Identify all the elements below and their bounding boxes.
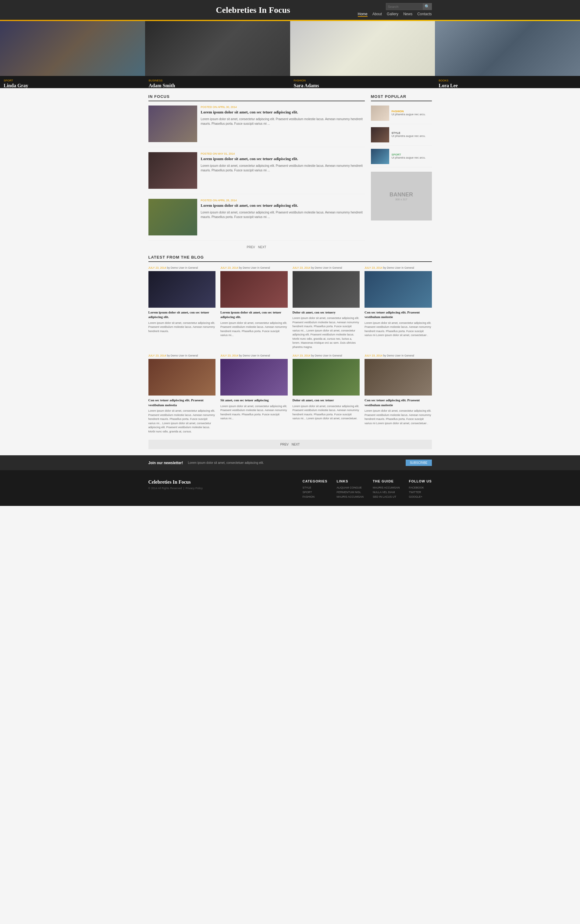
pop-content-1: FASHION Ut pharetra augue nec arcu. bbox=[392, 110, 426, 117]
pop-text-1: Ut pharetra augue nec arcu. bbox=[392, 113, 426, 117]
focus-item-2: POSTED ON MAY 01, 2014 Lorem ipsum dolor… bbox=[148, 152, 365, 194]
focus-next[interactable]: NEXT bbox=[258, 246, 266, 249]
hero-category-3: FASHION bbox=[294, 79, 432, 82]
focus-image-1 bbox=[148, 106, 197, 142]
blog-item-text-3: Lorem ipsum dolor sit amet, consectetur … bbox=[293, 316, 360, 349]
blog-date-6: JULY 23, 2014 bbox=[220, 354, 238, 357]
hero-item-3: FASHION Sara Adams Lorem ipsum dolor sit… bbox=[290, 21, 435, 88]
footer-link-item-1: ALIQUAM CONGUE bbox=[336, 486, 364, 489]
nav-contacts[interactable]: Contacts bbox=[417, 12, 432, 17]
nav-home[interactable]: Home bbox=[358, 12, 367, 17]
blog-item-title-8: Con sec tetuer adipiscing elit. Praesent… bbox=[364, 398, 432, 408]
blog-item-4: JULY 23, 2014 by Demo User in General Co… bbox=[364, 266, 432, 349]
in-focus-title: IN FOCUS bbox=[148, 94, 365, 101]
header-right: 🔍 Home About Gallery News Contacts bbox=[358, 3, 432, 17]
newsletter-section: Join our newsletter! Lorem ipsum dolor s… bbox=[0, 455, 580, 470]
pop-image-3 bbox=[371, 149, 389, 164]
banner-box: BANNER 300 x 317 bbox=[371, 172, 432, 221]
header: Celebreties In Focus 🔍 Home About Galler… bbox=[0, 0, 580, 20]
blog-item-7: JULY 23, 2014 by Demo User in General Do… bbox=[293, 354, 360, 434]
blog-meta-3: JULY 23, 2014 by Demo User in General bbox=[293, 266, 360, 269]
nav-gallery[interactable]: Gallery bbox=[387, 12, 398, 17]
blog-meta-2: JULY 23, 2014 by Demo User in General bbox=[220, 266, 288, 269]
blog-next[interactable]: NEXT bbox=[292, 443, 300, 446]
nav-about[interactable]: About bbox=[372, 12, 382, 17]
blog-item-title-5: Con sec tetuer adipiscing elit. Praesent… bbox=[148, 398, 216, 408]
in-focus-section: IN FOCUS POSTED ON APRIL 30, 2014 Lorem … bbox=[148, 94, 365, 249]
blog-meta-6: JULY 23, 2014 by Demo User in General bbox=[220, 354, 288, 357]
blog-date-7: JULY 23, 2014 bbox=[293, 354, 311, 357]
pop-cat-1: FASHION bbox=[392, 110, 426, 113]
blog-author-8: by Demo User in General bbox=[383, 354, 414, 357]
footer-follow: FOLLOW US FACEBOOK TWITTER GOOGLE+ bbox=[409, 479, 432, 500]
footer-follow-item-3: GOOGLE+ bbox=[409, 495, 432, 498]
blog-meta-5: JULY 23, 2014 by Demo User in General bbox=[148, 354, 216, 357]
focus-item-1: POSTED ON APRIL 30, 2014 Lorem ipsum dol… bbox=[148, 106, 365, 147]
focus-posted-2: POSTED ON MAY 01, 2014 bbox=[201, 152, 365, 155]
blog-image-8 bbox=[364, 359, 432, 396]
subscribe-button[interactable]: SUBSCRIBE bbox=[406, 460, 432, 466]
blog-item-text-5: Lorem ipsum dolor sit amet, consectetur … bbox=[148, 409, 216, 434]
hero-caption-1: SPORT Linda Gray Lorem ipsum dolor sit a… bbox=[0, 76, 145, 88]
most-popular-title: MOST POPULAR bbox=[371, 94, 432, 101]
site-title: Celebreties In Focus bbox=[148, 5, 358, 15]
focus-prev[interactable]: PREV bbox=[247, 246, 255, 249]
search-input[interactable] bbox=[386, 4, 423, 10]
footer-follow-list: FACEBOOK TWITTER GOOGLE+ bbox=[409, 486, 432, 498]
hero-category-1: SPORT bbox=[4, 79, 142, 82]
focus-text-2: Lorem ipsum dolor sit amet, consectetur … bbox=[201, 163, 365, 173]
blog-author-4: by Demo User in General bbox=[383, 266, 414, 269]
copyright-text: © 2014 All Rights Reserved bbox=[148, 487, 182, 490]
blog-item-text-6: Lorem ipsum dolor sit amet, consectetur … bbox=[220, 404, 288, 421]
pop-cat-3: SPORT bbox=[392, 153, 426, 156]
footer-copyright: © 2014 All Rights Reserved | Privacy Pol… bbox=[148, 487, 293, 490]
blog-date-3: JULY 23, 2014 bbox=[293, 266, 311, 269]
search-bar[interactable]: 🔍 bbox=[386, 3, 432, 10]
footer-cat-item-3: FASHION bbox=[303, 495, 328, 498]
hero-item-2: BUSINESS Adam Smith Lorem ipsum dolor si… bbox=[145, 21, 290, 88]
footer-categories: CATEGORIES STYLE SPORT FASHION bbox=[303, 479, 328, 500]
blog-meta-7: JULY 23, 2014 by Demo User in General bbox=[293, 354, 360, 357]
blog-image-1 bbox=[148, 271, 216, 308]
footer-links-title: LINKS bbox=[336, 479, 364, 483]
blog-meta-4: JULY 23, 2014 by Demo User in General bbox=[364, 266, 432, 269]
hero-name-4: Lora Lee bbox=[438, 83, 576, 88]
footer-guide: THE GUIDE MAURIS ACCUMSAN NULLA VEL DIAM… bbox=[373, 479, 400, 500]
sidebar: MOST POPULAR FASHION Ut pharetra augue n… bbox=[371, 94, 432, 249]
blog-author-5: by Demo User in General bbox=[167, 354, 198, 357]
blog-image-3 bbox=[293, 271, 360, 308]
footer-links-list: ALIQUAM CONGUE FERMENTUM NISL MAURIS ACC… bbox=[336, 486, 364, 498]
blog-author-1: by Demo User in General bbox=[167, 266, 198, 269]
blog-image-2 bbox=[220, 271, 288, 308]
blog-nav: PREV NEXT bbox=[148, 440, 432, 449]
privacy-link[interactable]: Privacy Policy bbox=[186, 487, 203, 490]
hero-image-3 bbox=[290, 21, 435, 76]
footer-cat-title: CATEGORIES bbox=[303, 479, 328, 483]
main-wrap: IN FOCUS POSTED ON APRIL 30, 2014 Lorem … bbox=[144, 88, 437, 255]
focus-title-3: Lorem ipsum dolor sit amet, con sec tetu… bbox=[201, 203, 365, 208]
footer-guide-item-3: SED IN LACUS UT bbox=[373, 495, 400, 498]
focus-posted-3: POSTED ON APRIL 28, 2014 bbox=[201, 199, 365, 202]
nav-news[interactable]: News bbox=[403, 12, 412, 17]
banner-sub: 300 x 317 bbox=[395, 198, 407, 201]
blog-item-text-4: Lorem ipsum dolor sit amet, consectetur … bbox=[364, 321, 432, 338]
search-button[interactable]: 🔍 bbox=[423, 3, 432, 10]
blog-author-2: by Demo User in General bbox=[239, 266, 270, 269]
focus-title-1: Lorem ipsum dolor sit amet, con sec tetu… bbox=[201, 110, 365, 115]
blog-prev[interactable]: PREV bbox=[280, 443, 288, 446]
focus-nav: PREV NEXT bbox=[148, 246, 365, 249]
blog-item-5: JULY 23, 2014 by Demo User in General Co… bbox=[148, 354, 216, 434]
blog-image-7 bbox=[293, 359, 360, 396]
blog-grid: JULY 23, 2014 by Demo User in General Lo… bbox=[148, 266, 432, 434]
focus-content-1: POSTED ON APRIL 30, 2014 Lorem ipsum dol… bbox=[201, 106, 365, 142]
blog-author-6: by Demo User in General bbox=[239, 354, 270, 357]
blog-image-5 bbox=[148, 359, 216, 396]
hero-name-2: Adam Smith bbox=[149, 83, 287, 88]
footer-link-item-3: MAURIS ACCUMSAN bbox=[336, 495, 364, 498]
hero-item-4: BOOKS Lora Lee Lorem ipsum dolor sit ame… bbox=[435, 21, 580, 88]
blog-item-2: JULY 23, 2014 by Demo User in General Lo… bbox=[220, 266, 288, 349]
blog-section: LATEST FROM THE BLOG JULY 23, 2014 by De… bbox=[144, 255, 437, 455]
pop-cat-2: STYLE bbox=[392, 132, 426, 134]
focus-title-2: Lorem ipsum dolor sit amet, con sec tetu… bbox=[201, 157, 365, 162]
hero-image-4 bbox=[435, 21, 580, 76]
